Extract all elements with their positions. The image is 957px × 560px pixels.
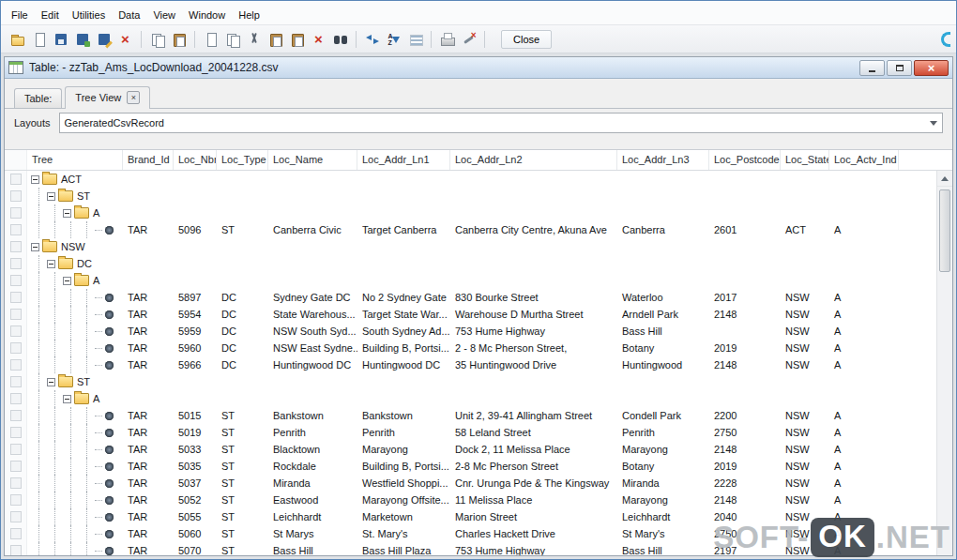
save-button[interactable] [50, 28, 71, 50]
column-header-loc_addr_ln3[interactable]: Loc_Addr_Ln3 [617, 150, 709, 170]
row-selector[interactable] [5, 424, 27, 441]
row-selector[interactable] [5, 204, 27, 221]
row-selector[interactable] [5, 508, 27, 525]
collapse-toggle-icon[interactable] [47, 378, 55, 386]
copy-record-button[interactable] [221, 28, 243, 50]
row-selector[interactable] [5, 289, 27, 306]
table-row[interactable]: TAR5035STRockdaleBuilding B, Portsi...2-… [5, 458, 952, 475]
tree-group-row[interactable]: A [5, 204, 952, 221]
toolbar-right-icon[interactable] [941, 32, 950, 47]
column-header-tree[interactable]: Tree [27, 150, 123, 170]
copy-button[interactable] [146, 28, 168, 50]
print-preview-button[interactable] [436, 28, 458, 50]
column-header-loc_addr_ln2[interactable]: Loc_Addr_Ln2 [450, 150, 617, 170]
new-file-button[interactable] [28, 28, 50, 50]
table-row[interactable]: TAR5060STSt MarysSt. Mary'sCharles Hacke… [5, 525, 952, 542]
table-row[interactable]: TAR5966DCHuntingwood DCHuntingwood DC35 … [5, 356, 952, 373]
row-selector[interactable] [5, 221, 27, 238]
collapse-toggle-icon[interactable] [47, 260, 55, 268]
scroll-up-button[interactable] [937, 171, 952, 187]
column-header-loc_state[interactable]: Loc_State [781, 150, 829, 170]
list-view-button[interactable] [404, 28, 426, 50]
tab-tree-view[interactable]: Tree View [65, 86, 150, 109]
tree-group-row[interactable]: DC [5, 255, 952, 272]
table-row[interactable]: TAR5052STEastwoodMarayong Offsite...11 M… [5, 492, 952, 508]
tools-button[interactable] [458, 28, 479, 50]
row-selector[interactable] [5, 340, 27, 356]
column-header-loc_addr_ln1[interactable]: Loc_Addr_Ln1 [357, 150, 450, 170]
table-row[interactable]: TAR5070STBass HillBass Hill Plaza753 Hum… [5, 542, 952, 555]
close-window-button[interactable] [914, 60, 949, 76]
save-as-button[interactable] [71, 28, 93, 50]
row-selector[interactable] [5, 188, 27, 204]
row-selector[interactable] [5, 390, 27, 407]
table-row[interactable]: TAR5954DCState Warehous...Target State W… [5, 306, 952, 323]
row-selector[interactable] [5, 272, 27, 289]
menu-item-help[interactable]: Help [232, 7, 266, 23]
collapse-toggle-icon[interactable] [31, 175, 39, 184]
paste-record-button[interactable] [265, 28, 286, 50]
menu-item-file[interactable]: File [5, 7, 35, 23]
row-selector[interactable] [5, 255, 27, 272]
collapse-toggle-icon[interactable] [31, 243, 39, 251]
row-selector[interactable] [5, 492, 27, 508]
table-row[interactable]: TAR5037STMirandaWestfield Shoppi...Cnr. … [5, 475, 952, 492]
row-selector[interactable] [5, 323, 27, 340]
sort-button[interactable] [383, 28, 404, 50]
column-header-loc_actv_ind[interactable]: Loc_Actv_Ind [829, 150, 899, 170]
row-selector[interactable] [5, 373, 27, 390]
paste-button[interactable] [168, 28, 190, 50]
tree-group-row[interactable]: A [5, 272, 952, 289]
collapse-toggle-icon[interactable] [47, 192, 55, 201]
close-button[interactable]: Close [501, 30, 552, 49]
new-record-button[interactable] [200, 28, 221, 50]
table-row[interactable]: TAR5096STCanberra CivicTarget CanberraCa… [5, 221, 952, 238]
tree-group-row[interactable]: ST [5, 373, 952, 390]
menu-item-window[interactable]: Window [182, 7, 232, 23]
menu-item-edit[interactable]: Edit [35, 7, 66, 23]
table-row[interactable]: TAR5959DCNSW South Syd...South Sydney Ad… [5, 323, 952, 340]
table-row[interactable]: TAR5019STPenrithPenrith58 Leland StreetP… [5, 424, 952, 441]
row-selector[interactable] [5, 525, 27, 542]
tree-group-row[interactable]: ACT [5, 171, 952, 188]
row-selector[interactable] [5, 475, 27, 492]
tree-group-row[interactable]: A [5, 390, 952, 407]
column-header-loc_postcode[interactable]: Loc_Postcode [709, 150, 781, 170]
menu-item-view[interactable]: View [146, 7, 182, 23]
table-row[interactable]: TAR5033STBlacktownMarayongDock 2, 11 Mel… [5, 441, 952, 458]
layouts-dropdown[interactable]: GeneratedCsvRecord [59, 113, 943, 133]
collapse-toggle-icon[interactable] [63, 209, 71, 218]
minimize-button[interactable] [859, 60, 885, 76]
compare-button[interactable] [361, 28, 383, 50]
cut-button[interactable] [243, 28, 265, 50]
row-selector[interactable] [5, 171, 27, 188]
column-header-loc_nbr[interactable]: Loc_Nbr [174, 150, 217, 170]
tab-close-icon[interactable] [127, 91, 140, 104]
open-file-button[interactable] [7, 28, 28, 50]
row-selector[interactable] [5, 542, 27, 555]
delete-file-button[interactable] [114, 28, 136, 50]
row-selector[interactable] [5, 356, 27, 373]
row-selector[interactable] [5, 458, 27, 475]
save-all-button[interactable] [93, 28, 114, 50]
collapse-toggle-icon[interactable] [63, 395, 71, 403]
find-button[interactable] [329, 28, 351, 50]
tree-group-row[interactable]: ST [5, 188, 952, 204]
row-selector[interactable] [5, 306, 27, 323]
table-row[interactable]: TAR5015STBankstownBankstownUnit 2, 39-41… [5, 407, 952, 424]
row-selector[interactable] [5, 441, 27, 458]
table-row[interactable]: TAR5055STLeichhardtMarketownMarion Stree… [5, 508, 952, 525]
table-row[interactable]: TAR5897DCSydney Gate DCNo 2 Sydney Gate8… [5, 289, 952, 306]
vertical-scrollbar[interactable] [936, 171, 952, 555]
maximize-button[interactable] [887, 60, 912, 76]
paste-special-button[interactable] [286, 28, 308, 50]
scrollbar-thumb[interactable] [939, 189, 950, 272]
menu-item-utilities[interactable]: Utilities [66, 7, 112, 23]
column-header-loc_type[interactable]: Loc_Type [217, 150, 268, 170]
collapse-toggle-icon[interactable] [63, 277, 71, 285]
column-header-loc_name[interactable]: Loc_Name [268, 150, 357, 170]
table-row[interactable]: TAR5960DCNSW East Sydne...Building B, Po… [5, 340, 952, 356]
column-header-brand_id[interactable]: Brand_Id [123, 150, 174, 170]
row-selector[interactable] [5, 238, 27, 255]
table-window-titlebar[interactable]: Table: - zzTab_Ams_LocDownload_20041228.… [5, 57, 952, 79]
